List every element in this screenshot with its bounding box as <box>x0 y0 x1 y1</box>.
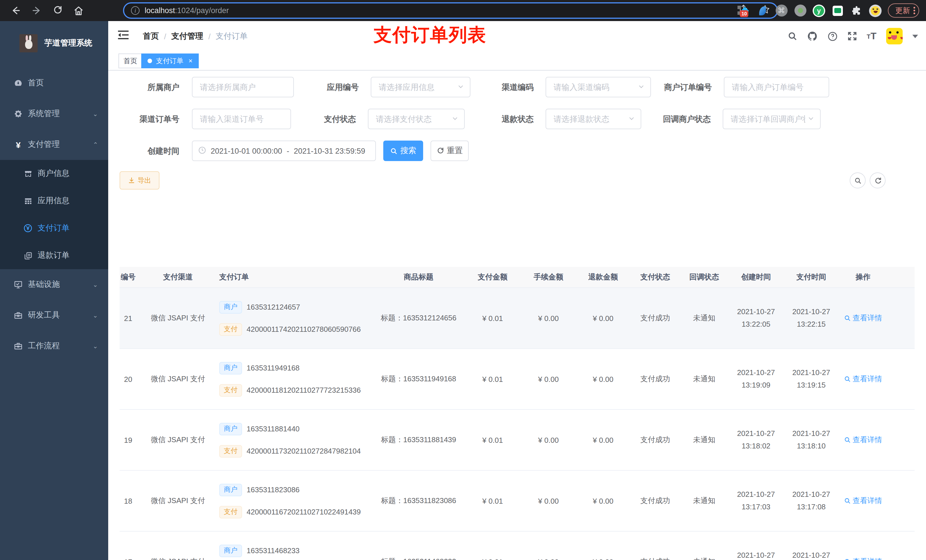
cell-pay-amount: ¥ 0.01 <box>464 497 521 505</box>
app-logo[interactable]: 芋道管理系统 <box>0 21 108 57</box>
cell-id: 21 <box>120 314 137 322</box>
view-details-link[interactable]: 查看详情 <box>844 313 882 323</box>
pay-status-select[interactable] <box>368 109 465 129</box>
merchant-order-no-field[interactable] <box>725 77 829 97</box>
browser-menu-icon[interactable] <box>914 7 915 14</box>
col-order: 支付订单 <box>219 272 373 282</box>
avatar-caret-icon[interactable] <box>912 35 918 41</box>
sidebar-label: 基础设施 <box>28 279 60 290</box>
url-host: localhost <box>145 6 175 15</box>
pay-tag: 支付 <box>219 445 242 457</box>
breadcrumb-section[interactable]: 支付管理 <box>171 31 203 41</box>
extensions-puzzle-icon[interactable] <box>850 4 863 17</box>
sidebar-item-app-info[interactable]: 应用信息 <box>0 187 108 214</box>
channel-order-no-input[interactable] <box>192 109 291 129</box>
refund-status-select-field[interactable] <box>546 109 641 128</box>
show-search-toggle-button[interactable] <box>850 172 865 189</box>
time: 13:17:03 <box>741 503 770 511</box>
address-bar[interactable]: i localhost:1024/pay/order <box>123 2 778 19</box>
y-extension-icon[interactable]: y <box>813 4 825 17</box>
merchant-input-field[interactable] <box>192 77 293 97</box>
sidebar-item-system[interactable]: 系统管理 ⌄ <box>0 98 108 129</box>
view-details-link[interactable]: 查看详情 <box>844 557 882 560</box>
view-details-link[interactable]: 查看详情 <box>844 496 882 506</box>
create-time-range-picker[interactable]: 2021-10-01 00:00:00 - 2021-10-31 23:59:5… <box>192 140 376 161</box>
sidebar-item-payment[interactable]: ¥ 支付管理 ⌄ <box>0 129 108 160</box>
cell-action: 查看详情 <box>839 557 887 560</box>
search-button[interactable]: 搜索 <box>383 140 423 161</box>
sidebar-item-infra[interactable]: 基础设施 ⌄ <box>0 269 108 300</box>
sidebar-item-pay-order[interactable]: 支付订单 <box>0 214 108 242</box>
cell-title: 标题：1635311468233 <box>373 557 464 560</box>
user-avatar[interactable] <box>886 28 903 44</box>
merchant-order-no-input[interactable] <box>724 77 829 97</box>
pay-status-select-field[interactable] <box>368 109 464 128</box>
merchant-input[interactable] <box>192 77 294 97</box>
callback-status-select-field[interactable] <box>723 109 820 128</box>
refund-status-select[interactable] <box>546 109 641 129</box>
table-row[interactable]: 21 微信 JSAPI 支付 商户1635312124657 支付4200001… <box>120 287 915 348</box>
profile-avatar-icon[interactable] <box>869 4 882 17</box>
sidebar-item-home[interactable]: 首页 <box>0 68 108 98</box>
sidebar-item-refund-order[interactable]: 退款订单 <box>0 242 108 269</box>
site-info-icon[interactable]: i <box>131 6 139 15</box>
pay-order-no: 4200001167202110271022491439 <box>247 508 361 516</box>
channel-order-no-field[interactable] <box>192 109 291 128</box>
time: 13:17:08 <box>797 503 826 511</box>
export-button[interactable]: 导出 <box>120 171 159 190</box>
table-row[interactable]: 18 微信 JSAPI 支付 商户1635311823086 支付4200001… <box>120 470 915 531</box>
cell-fee-amount: ¥ 0.00 <box>521 436 576 444</box>
recorder-extension-icon[interactable] <box>794 4 806 17</box>
table-row[interactable]: 17 微信 JSAPI 支付 商户1635311468233 支付4200001… <box>120 531 915 560</box>
refresh-table-button[interactable] <box>870 172 885 189</box>
cell-fee-amount: ¥ 0.00 <box>521 497 576 505</box>
browser-update-button[interactable]: 更新 <box>888 3 919 18</box>
chevron-down-icon: ⌄ <box>93 110 98 118</box>
sidebar-item-merchant-info[interactable]: 商户信息 <box>0 160 108 187</box>
command-extension-icon[interactable]: ⌘ <box>775 4 788 17</box>
app-no-select[interactable] <box>371 77 471 97</box>
tag-home[interactable]: 首页 <box>118 53 142 68</box>
kite-extension-icon[interactable] <box>756 4 769 17</box>
sidebar-label: 支付订单 <box>38 223 70 233</box>
channel-code-select-field[interactable] <box>546 77 651 97</box>
date: 2021-10-27 <box>737 368 775 377</box>
back-icon[interactable] <box>10 5 21 16</box>
reset-button[interactable]: 重置 <box>431 140 469 161</box>
sidebar-item-devtools[interactable]: 研发工具 ⌄ <box>0 300 108 331</box>
chat-extension-icon[interactable] <box>831 4 844 17</box>
breadcrumb-home[interactable]: 首页 <box>143 31 159 41</box>
help-icon[interactable] <box>828 31 838 41</box>
home-icon[interactable] <box>73 5 84 16</box>
cell-pay-amount: ¥ 0.01 <box>464 375 521 383</box>
view-details-link[interactable]: 查看详情 <box>844 435 882 445</box>
app-no-select-field[interactable] <box>371 77 470 97</box>
search-icon[interactable] <box>788 31 797 41</box>
cell-pay-status: 支付成功 <box>631 374 680 384</box>
merchant-order-no: 1635312124657 <box>247 303 300 311</box>
view-details-link[interactable]: 查看详情 <box>844 374 882 384</box>
close-icon[interactable]: × <box>189 57 192 65</box>
github-icon[interactable] <box>807 31 818 42</box>
col-refund-amount: 退款金额 <box>576 272 631 282</box>
channel-code-select[interactable] <box>546 77 651 97</box>
pay-order-no: 4200001173202110272847982104 <box>247 447 361 455</box>
forward-icon[interactable] <box>31 5 42 16</box>
table-row[interactable]: 19 微信 JSAPI 支付 商户1635311881440 支付4200001… <box>120 409 915 470</box>
sidebar-item-workflow[interactable]: 工作流程 ⌄ <box>0 331 108 361</box>
filter-label-channel-code: 渠道编码 <box>477 77 534 97</box>
payment-submenu: 商户信息 应用信息 支付订单 <box>0 160 108 269</box>
devtools-extension-icon[interactable]: 10 <box>737 4 750 17</box>
table-row[interactable]: 20 微信 JSAPI 支付 商户1635311949168 支付4200001… <box>120 348 915 409</box>
pay-order-table: 编号 支付渠道 支付订单 商品标题 支付金额 手续金额 退款金额 支付状态 回调… <box>120 267 915 560</box>
font-size-icon[interactable]: TT <box>867 30 876 42</box>
chevron-down-icon <box>808 114 814 124</box>
pay-order-no: 4200001174202110278060590766 <box>247 325 361 334</box>
callback-status-select[interactable] <box>723 109 821 129</box>
col-pay-status: 支付状态 <box>631 272 680 282</box>
cell-refund-amount: ¥ 0.00 <box>576 557 631 560</box>
reload-icon[interactable] <box>52 5 63 16</box>
fullscreen-icon[interactable] <box>847 31 857 41</box>
sidebar-fold-icon[interactable] <box>118 30 129 42</box>
tag-pay-order[interactable]: 支付订单 × <box>141 53 199 68</box>
